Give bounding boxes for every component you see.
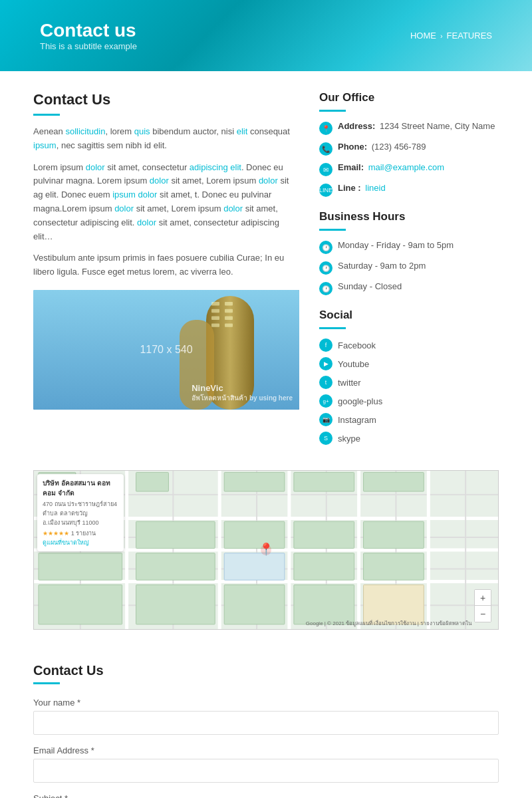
lorem-link-6[interactable]: dolor: [114, 203, 134, 213]
email-icon: ✉: [319, 163, 332, 176]
form-title: Contact Us: [33, 663, 499, 678]
nav-chevron-icon: ›: [440, 32, 443, 40]
svg-rect-39: [364, 521, 424, 548]
svg-rect-7: [225, 317, 233, 320]
social-facebook[interactable]: f Facebook: [319, 338, 499, 352]
lorem-link-5[interactable]: ipsum dolor: [112, 190, 157, 200]
svg-rect-32: [224, 472, 285, 491]
svg-rect-37: [224, 521, 285, 548]
map-zoom-out-button[interactable]: −: [475, 606, 491, 622]
address-row: 📍 Address: 1234 Street Name, City Name: [319, 121, 499, 135]
form-underline: [33, 682, 60, 684]
lorem-link-1[interactable]: dolor: [86, 162, 105, 172]
instagram-icon: 📷: [319, 413, 332, 426]
phone-text: Phone: (123) 456-789: [338, 142, 426, 152]
name-group: Your name *: [33, 698, 499, 735]
intro-link-2[interactable]: quis: [134, 126, 150, 136]
googleplus-icon: g+: [319, 394, 332, 408]
lorem-paragraph: Lorem ipsum dolor sit amet, consectetur …: [33, 161, 299, 244]
svg-rect-5: [225, 309, 233, 313]
email-label-text: Email Address *: [33, 745, 94, 755]
phone-icon: 📞: [319, 142, 332, 156]
line-text: Line : lineid: [338, 183, 386, 193]
hours-sat-icon: 🕐: [319, 261, 332, 275]
email-label: Email Address *: [33, 745, 499, 755]
twitter-icon: t: [319, 376, 332, 389]
nav-features-link[interactable]: FEATURES: [447, 31, 492, 41]
phone-label: Phone:: [338, 142, 367, 152]
hours-sat-value: Saturday - 9am to 2pm: [338, 261, 426, 271]
facebook-label: Facebook: [338, 340, 376, 350]
social-skype[interactable]: S skype: [319, 432, 499, 445]
googleplus-label: google-plus: [338, 396, 382, 406]
lorem-link-7[interactable]: dolor: [223, 203, 243, 213]
social-googleplus[interactable]: g+ google-plus: [319, 394, 499, 408]
social-title: Social: [319, 309, 499, 322]
hours-mf-value: Monday - Friday - 9am to 5pm: [338, 240, 454, 250]
name-input[interactable]: [33, 711, 499, 735]
lorem-link-2[interactable]: adipiscing elit: [190, 162, 241, 172]
svg-rect-34: [364, 472, 424, 491]
instagram-label: Instagram: [338, 415, 376, 425]
header: Contact us This is a subtitle example HO…: [0, 0, 532, 71]
hours-sun-row: 🕐 Sunday - Closed: [319, 281, 499, 295]
intro-link-3[interactable]: elit: [237, 126, 248, 136]
social-instagram[interactable]: 📷 Instagram: [319, 413, 499, 426]
email-link[interactable]: mail@example.com: [368, 162, 444, 172]
map-container[interactable]: 📍 บริษัท อัคอสสมาน ดอทคอม จำกัด 470 ถนน …: [33, 470, 499, 630]
map-zoom-controls: + −: [474, 589, 491, 622]
address-value: 1234 Street Name, City Name: [380, 121, 495, 131]
map-info-title: บริษัท อัคอสสมาน ดอทคอม จำกัด: [43, 478, 118, 498]
hours-mf-icon: 🕐: [319, 241, 332, 254]
email-group: Email Address *: [33, 745, 499, 783]
image-watermark: NineVic อัพโหลดหน้าสินค้า by using here: [192, 383, 293, 403]
svg-rect-46: [294, 553, 354, 580]
social-section: Social f Facebook ▶ Youtube t twitter g+…: [319, 309, 499, 445]
building-image: 1170 x 540 NineVic อัพโหลดหน้าสินค้า by …: [33, 290, 299, 410]
svg-rect-33: [294, 472, 354, 491]
lorem-link-3[interactable]: dolor: [150, 176, 169, 186]
map-zoom-in-button[interactable]: +: [475, 590, 491, 606]
email-row: ✉ Email: mail@example.com: [319, 162, 499, 176]
phone-row: 📞 Phone: (123) 456-789: [319, 142, 499, 156]
svg-rect-40: [39, 553, 122, 580]
business-underline: [319, 229, 346, 231]
map-background: 📍 บริษัท อัคอสสมาน ดอทคอม จำกัด 470 ถนน …: [34, 471, 498, 629]
hours-sun-icon: 🕐: [319, 282, 332, 295]
line-row: LINE Line : lineid: [319, 183, 499, 197]
office-underline: [319, 110, 346, 112]
social-youtube[interactable]: ▶ Youtube: [319, 357, 499, 370]
subject-group: Subject *: [33, 793, 499, 798]
svg-rect-42: [224, 553, 285, 580]
svg-rect-44: [136, 585, 215, 624]
email-label: Email:: [338, 162, 364, 172]
line-label: Line :: [338, 183, 361, 193]
phone-value: (123) 456-789: [372, 142, 426, 152]
intro-link-4[interactable]: ipsum: [33, 140, 57, 150]
header-nav: HOME › FEATURES: [410, 31, 492, 41]
watermark-text: NineVic: [192, 383, 293, 393]
right-column: Our Office 📍 Address: 1234 Street Name, …: [319, 91, 499, 450]
lorem-link-4[interactable]: dolor: [259, 176, 278, 186]
map-terms: | © 2021 ข้อมูลแผนที่ เงื่อนไขการใช้งาน …: [325, 620, 471, 626]
intro-link-1[interactable]: sollicitudin: [65, 126, 105, 136]
svg-rect-49: [364, 585, 424, 624]
svg-rect-6: [211, 317, 219, 320]
hours-sun-value: Sunday - Closed: [338, 281, 402, 291]
lorem-link-8[interactable]: dolor: [137, 217, 156, 227]
header-title-block: Contact us This is a subtitle example: [40, 20, 137, 51]
email-input[interactable]: [33, 759, 499, 783]
svg-rect-45: [224, 585, 285, 624]
svg-rect-48: [294, 585, 354, 624]
subject-label: Subject *: [33, 793, 499, 798]
header-subtitle: This is a subtitle example: [40, 41, 137, 51]
youtube-label: Youtube: [338, 359, 369, 369]
nav-home-link[interactable]: HOME: [410, 31, 436, 41]
image-inner: 1170 x 540 NineVic อัพโหลดหน้าสินค้า by …: [33, 290, 299, 410]
line-link[interactable]: lineid: [365, 183, 385, 193]
social-twitter[interactable]: t twitter: [319, 376, 499, 389]
facebook-icon: f: [319, 338, 332, 352]
map-large-link[interactable]: ดูแผนที่ขนาดใหญ่: [43, 539, 89, 546]
svg-rect-3: [225, 302, 233, 305]
image-label: 1170 x 540: [140, 344, 192, 356]
